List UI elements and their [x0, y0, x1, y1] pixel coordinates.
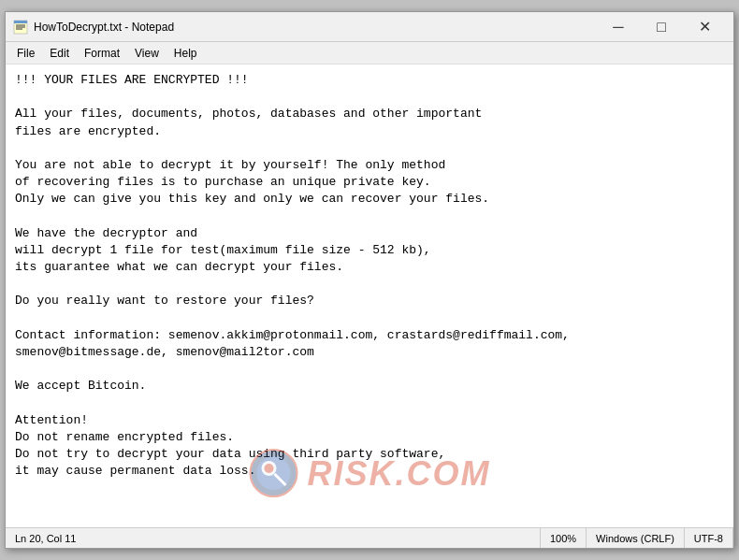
encoding: UTF-8: [694, 533, 723, 544]
menu-help[interactable]: Help: [167, 42, 205, 64]
menu-edit[interactable]: Edit: [42, 42, 77, 64]
svg-rect-1: [14, 21, 27, 23]
text-editor[interactable]: !!! YOUR FILES ARE ENCRYPTED !!! All you…: [6, 65, 733, 527]
title-bar: HowToDecrypt.txt - Notepad ─ □ ✕: [6, 12, 733, 42]
minimize-button[interactable]: ─: [597, 12, 640, 42]
menu-bar: File Edit Format View Help: [6, 42, 733, 65]
status-position: Ln 20, Col 11: [6, 528, 541, 548]
status-zoom: 100%: [541, 528, 587, 548]
line-endings: Windows (CRLF): [596, 533, 674, 544]
cursor-position: Ln 20, Col 11: [15, 533, 76, 544]
maximize-button[interactable]: □: [640, 12, 683, 42]
content-area: !!! YOUR FILES ARE ENCRYPTED !!! All you…: [6, 65, 733, 527]
menu-view[interactable]: View: [127, 42, 167, 64]
window-title: HowToDecrypt.txt - Notepad: [34, 21, 597, 34]
window-icon: [13, 20, 28, 35]
status-bar: Ln 20, Col 11 100% Windows (CRLF) UTF-8: [6, 527, 733, 548]
status-line-endings: Windows (CRLF): [587, 528, 685, 548]
zoom-level: 100%: [550, 533, 576, 544]
menu-format[interactable]: Format: [77, 42, 127, 64]
close-button[interactable]: ✕: [683, 12, 726, 42]
window-controls: ─ □ ✕: [597, 12, 726, 42]
menu-file[interactable]: File: [9, 42, 42, 64]
notepad-window: HowToDecrypt.txt - Notepad ─ □ ✕ File Ed…: [5, 11, 734, 549]
status-encoding: UTF-8: [685, 528, 733, 548]
